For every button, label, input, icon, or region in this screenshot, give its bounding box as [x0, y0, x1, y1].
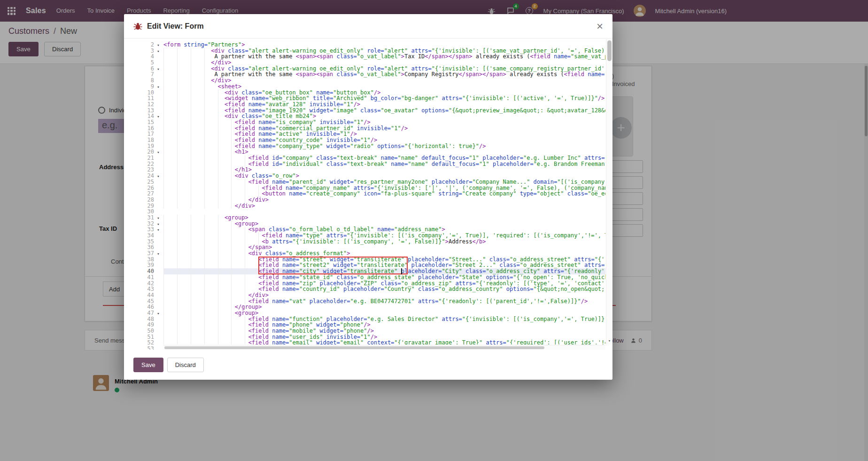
- bug-icon: [133, 22, 142, 31]
- line-number: 18: [135, 137, 154, 143]
- line-number: 8: [135, 78, 154, 84]
- line-number: 31: [135, 215, 154, 221]
- editor-vertical-scrollbar[interactable]: ▾: [606, 39, 612, 344]
- line-number: 40: [135, 268, 154, 274]
- code-line-43[interactable]: <field name="country_id" placeholder="Co…: [163, 286, 605, 292]
- line-number: 41: [135, 274, 154, 281]
- line-number: 47: [135, 310, 154, 316]
- code-line-29[interactable]: </div>: [163, 203, 605, 209]
- line-number: 37: [135, 250, 154, 257]
- fold-arrow-icon[interactable]: ▾: [154, 251, 163, 257]
- dialog-header: Edit View: Form ×: [124, 14, 612, 39]
- line-number: 2: [135, 42, 154, 48]
- code-line-31[interactable]: <group>: [163, 215, 605, 221]
- line-number: 53: [135, 346, 154, 350]
- fold-arrow-icon[interactable]: ▾: [154, 42, 163, 48]
- code-editor[interactable]: 2▾3▾456▾789▾1011121314▾151617181920▾2122…: [124, 39, 612, 350]
- dialog-title: Edit View: Form: [147, 22, 204, 31]
- horizontal-scrollbar-thumb[interactable]: [164, 346, 544, 349]
- fold-arrow-icon[interactable]: ▾: [154, 173, 163, 180]
- code-line-50[interactable]: <field name="mobile" widget="phone"/>: [163, 328, 605, 334]
- line-number: 24: [135, 173, 154, 179]
- vertical-scrollbar-thumb[interactable]: [607, 40, 612, 61]
- line-number: 27: [135, 191, 154, 197]
- line-number: 5: [135, 60, 154, 66]
- fold-arrow-icon[interactable]: ▾: [154, 215, 163, 221]
- code-line-28[interactable]: </div>: [163, 197, 605, 203]
- dialog-save-button[interactable]: Save: [133, 358, 163, 372]
- dialog-discard-button[interactable]: Discard: [167, 358, 204, 372]
- scroll-down-arrow-icon[interactable]: ▾: [606, 338, 612, 344]
- line-number: 21: [135, 155, 154, 161]
- edit-view-dialog: Edit View: Form × 2▾3▾456▾789▾1011121314…: [124, 14, 612, 380]
- editor-code[interactable]: <form string="Partners"> <div class="ale…: [163, 42, 605, 344]
- dialog-footer: Save Discard: [124, 350, 612, 380]
- line-number: 9: [135, 84, 154, 90]
- editor-horizontal-scrollbar[interactable]: [163, 345, 605, 350]
- fold-arrow-icon[interactable]: ▾: [154, 311, 163, 317]
- line-number: 12: [135, 102, 154, 108]
- line-number: 28: [135, 197, 154, 203]
- line-number: 15: [135, 119, 154, 125]
- code-line-27[interactable]: <button name="create_company" icon="fa-p…: [163, 191, 605, 197]
- editor-gutter: 2▾3▾456▾789▾1011121314▾151617181920▾2122…: [133, 42, 163, 350]
- fold-arrow-icon[interactable]: ▾: [154, 84, 163, 90]
- line-number: 43: [135, 286, 154, 292]
- code-line-52[interactable]: <field name="email" widget="email" conte…: [163, 340, 605, 344]
- close-icon[interactable]: ×: [597, 21, 603, 32]
- line-number: 50: [135, 328, 154, 334]
- line-number: 25: [135, 179, 154, 185]
- line-number: 44: [135, 292, 154, 298]
- line-number: 34: [135, 233, 154, 239]
- line-number: 11: [135, 95, 154, 102]
